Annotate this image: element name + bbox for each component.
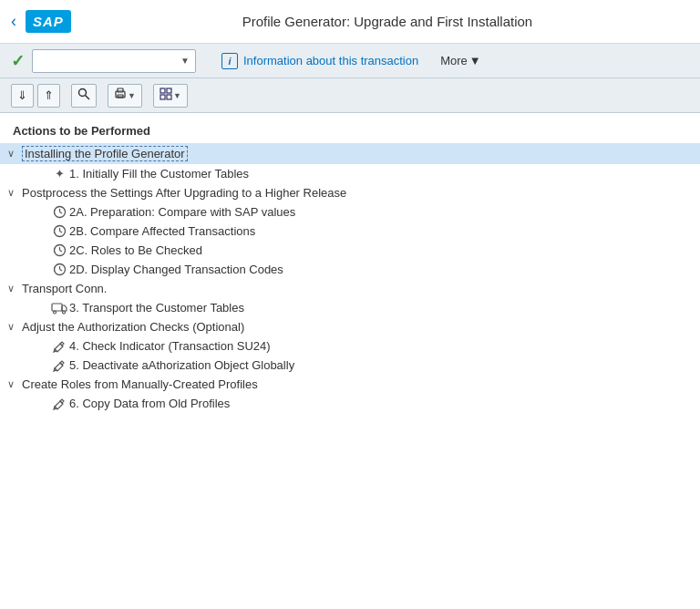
item-5-label[interactable]: 5. Deactivate aAthorization Object Globa…	[69, 358, 294, 372]
search-button[interactable]	[71, 84, 97, 108]
transaction-dropdown[interactable]: ▼	[32, 49, 196, 73]
item-2c-label[interactable]: 2C. Roles to Be Checked	[69, 243, 202, 257]
svg-line-1	[86, 96, 90, 100]
pencil-icon	[49, 359, 69, 372]
tree-group-1[interactable]: ∨ Installing the Profile Generator	[0, 143, 700, 164]
group-2-label[interactable]: Postprocess the Settings After Upgrading…	[22, 186, 346, 200]
svg-line-15	[59, 232, 62, 233]
item-1-label[interactable]: 1. Initially Fill the Customer Tables	[69, 167, 249, 181]
item-3-label[interactable]: 3. Transport the Customer Tables	[69, 301, 244, 315]
grid-button[interactable]: ▼	[153, 84, 188, 108]
more-label: More	[440, 54, 468, 67]
tree-item-2a[interactable]: 2A. Preparation: Compare with SAP values	[0, 202, 700, 222]
tree-item-2b[interactable]: 2B. Compare Affected Transactions	[0, 222, 700, 241]
expand-all-icon: ⇑	[44, 88, 54, 102]
collapse-icon-2[interactable]: ∨	[0, 187, 22, 199]
svg-rect-7	[167, 88, 171, 93]
wand-icon: ✦	[49, 167, 69, 181]
item-4-label[interactable]: 4. Check Indicator (Transaction SU24)	[69, 339, 271, 353]
clock-icon	[49, 263, 69, 276]
checkmark-icon: ✓	[11, 51, 25, 71]
info-section: i Information about this transaction	[221, 53, 418, 69]
tree-group-3[interactable]: ∨ Transport Conn.	[0, 279, 700, 298]
clock-icon	[49, 243, 69, 257]
svg-rect-22	[52, 304, 62, 311]
item-2d-label[interactable]: 2D. Display Changed Transaction Codes	[69, 263, 283, 276]
collapse-icon-4[interactable]: ∨	[0, 321, 22, 333]
info-link[interactable]: Information about this transaction	[243, 54, 418, 67]
tertiary-toolbar: ⇓ ⇑ ▼	[0, 78, 700, 113]
svg-rect-4	[118, 95, 123, 98]
svg-line-18	[59, 251, 62, 253]
grid-icon	[160, 88, 172, 103]
tree-group-2[interactable]: ∨ Postprocess the Settings After Upgradi…	[0, 183, 700, 202]
chevron-down-icon: ▼	[469, 54, 481, 67]
print-icon	[114, 88, 127, 103]
item-6-label[interactable]: 6. Copy Data from Old Profiles	[69, 397, 230, 410]
collapse-icon-5[interactable]: ∨	[0, 378, 22, 390]
expand-all-button[interactable]: ⇑	[37, 84, 60, 108]
svg-point-23	[54, 311, 57, 314]
sap-logo: SAP	[26, 10, 71, 33]
chevron-down-icon: ▼	[180, 56, 190, 66]
section-header: Actions to be Performed	[0, 120, 700, 143]
item-2a-label[interactable]: 2A. Preparation: Compare with SAP values	[69, 205, 295, 219]
tree-item-3[interactable]: 3. Transport the Customer Tables	[0, 298, 700, 317]
group-4-label[interactable]: Adjust the Authorization Checks (Optiona…	[22, 320, 244, 334]
svg-rect-6	[160, 88, 165, 93]
tree-item-2c[interactable]: 2C. Roles to Be Checked	[0, 241, 700, 260]
search-icon	[77, 88, 90, 103]
tree-item-2d[interactable]: 2D. Display Changed Transaction Codes	[0, 260, 700, 279]
collapse-all-icon: ⇓	[17, 88, 27, 102]
collapse-icon-1[interactable]: ∨	[0, 148, 22, 160]
svg-rect-8	[160, 95, 165, 99]
print-button[interactable]: ▼	[108, 84, 142, 108]
pencil-icon	[49, 397, 69, 410]
back-button[interactable]: ‹	[11, 12, 16, 31]
pencil-icon	[49, 340, 69, 353]
page-title: Profile Generator: Upgrade and First Ins…	[86, 14, 689, 29]
group-1-label[interactable]: Installing the Profile Generator	[22, 146, 188, 161]
item-2b-label[interactable]: 2B. Compare Affected Transactions	[69, 224, 255, 238]
tree-group-4[interactable]: ∨ Adjust the Authorization Checks (Optio…	[0, 317, 700, 336]
clock-icon	[49, 224, 69, 238]
svg-rect-9	[167, 95, 171, 99]
collapse-all-button[interactable]: ⇓	[11, 84, 34, 108]
print-chevron-icon: ▼	[128, 91, 136, 100]
tree-item-1[interactable]: ✦ 1. Initially Fill the Customer Tables	[0, 164, 700, 183]
info-icon: i	[221, 53, 238, 69]
header-bar: ‹ SAP Profile Generator: Upgrade and Fir…	[0, 0, 700, 44]
grid-chevron-icon: ▼	[173, 91, 181, 100]
svg-line-21	[59, 270, 62, 272]
tree-item-4[interactable]: 4. Check Indicator (Transaction SU24)	[0, 336, 700, 356]
svg-line-12	[59, 212, 62, 214]
svg-rect-3	[118, 88, 123, 92]
collapse-icon-3[interactable]: ∨	[0, 283, 22, 294]
secondary-toolbar: ✓ ▼ i Information about this transaction…	[0, 44, 700, 78]
main-content: Actions to be Performed ∨ Installing the…	[0, 113, 700, 609]
svg-point-0	[79, 89, 87, 97]
more-button[interactable]: More ▼	[440, 54, 481, 67]
tree-item-5[interactable]: 5. Deactivate aAthorization Object Globa…	[0, 356, 700, 375]
group-3-label[interactable]: Transport Conn.	[22, 282, 107, 295]
clock-icon	[49, 205, 69, 219]
truck-icon	[49, 302, 69, 315]
group-5-label[interactable]: Create Roles from Manually-Created Profi…	[22, 377, 258, 391]
tree-item-6[interactable]: 6. Copy Data from Old Profiles	[0, 394, 700, 413]
tree-group-5[interactable]: ∨ Create Roles from Manually-Created Pro…	[0, 375, 700, 394]
svg-point-24	[63, 311, 66, 314]
